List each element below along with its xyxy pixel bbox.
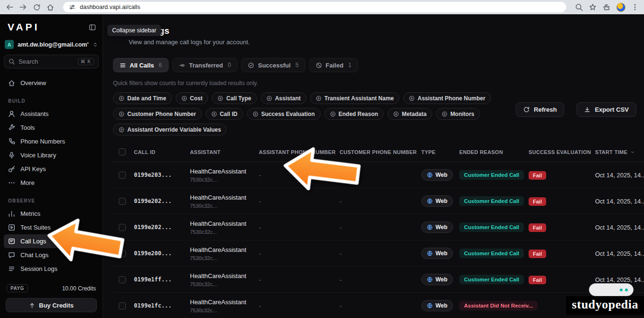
- section-label-observe: OBSERVE: [8, 198, 95, 203]
- success-evaluation-badge: Fail: [529, 171, 546, 180]
- column-header-customer-phone[interactable]: CUSTOMER PHONE NUMBER: [340, 149, 421, 155]
- filter-chip-customer-phone-number[interactable]: Customer Phone Number: [113, 108, 202, 120]
- row-checkbox[interactable]: [119, 302, 126, 309]
- bookmark-star-icon[interactable]: [589, 3, 597, 11]
- type-badge: Web: [421, 169, 453, 181]
- forward-icon[interactable]: [19, 3, 27, 11]
- filter-chip-transient-assistant-name[interactable]: Transient Assistant Name: [310, 92, 399, 104]
- sidebar-item-voice-library[interactable]: Voice Library: [4, 148, 99, 162]
- url-text[interactable]: dashboard.vapi.ai/calls: [80, 4, 140, 10]
- search-icon: [9, 58, 15, 65]
- column-header-start-time[interactable]: START TIME: [595, 149, 644, 155]
- start-time: Oct 14, 2025, 14...: [595, 172, 644, 179]
- column-header-success-evaluation[interactable]: SUCCESS EVALUATION: [529, 149, 595, 155]
- sidebar-item-more[interactable]: More: [4, 176, 99, 190]
- ended-reason-badge: Customer Ended Call: [459, 249, 524, 258]
- table-row[interactable]: 0199e1ff... HealthCareAssistant7530c32c.…: [113, 267, 644, 293]
- profile-avatar[interactable]: [616, 3, 625, 12]
- circle-plus-icon: [409, 96, 415, 101]
- sidebar-item-tools[interactable]: Tools: [4, 121, 99, 135]
- sidebar-item-test-suites[interactable]: Test Suites: [4, 221, 99, 234]
- filter-chip-cost[interactable]: Cost: [176, 92, 208, 104]
- transfer-icon: [179, 62, 185, 68]
- home-icon[interactable]: [47, 3, 54, 11]
- browser-menu-icon[interactable]: [632, 3, 638, 11]
- filter-chip-ended-reason[interactable]: Ended Reason: [324, 108, 384, 120]
- check-circle-icon: [248, 62, 254, 68]
- sidebar-item-chat-logs[interactable]: Chat Logs: [4, 248, 99, 262]
- search-input[interactable]: Search ⌘ K: [4, 55, 99, 68]
- type-badge: Web: [421, 248, 453, 259]
- org-switcher[interactable]: A amt.dw.blog@gmail.com's Org: [5, 40, 98, 49]
- table-row[interactable]: 0199e202... HealthCareAssistant7530c32c.…: [113, 188, 644, 214]
- tab-transferred[interactable]: Transferred 0: [172, 58, 237, 72]
- sidebar-item-api-keys[interactable]: API Keys: [4, 162, 99, 176]
- customer-phone: -: [340, 250, 421, 257]
- column-header-type[interactable]: TYPE: [421, 149, 459, 155]
- sidebar-item-label: API Keys: [20, 165, 46, 173]
- globe-icon: [427, 198, 433, 204]
- support-widget[interactable]: [589, 283, 634, 296]
- status-dot: [625, 289, 628, 291]
- globe-icon: [427, 224, 433, 230]
- tab-failed[interactable]: Failed 1: [309, 58, 358, 72]
- select-all-checkbox[interactable]: [119, 148, 126, 155]
- filter-chip-call-type[interactable]: Call Type: [212, 92, 256, 104]
- row-checkbox[interactable]: [119, 276, 126, 283]
- sidebar-item-label: Test Suites: [20, 224, 51, 231]
- export-csv-button[interactable]: Export CSV: [577, 102, 636, 117]
- filter-chip-assistant-override-variable-values[interactable]: Assistant Override Variable Values: [113, 124, 227, 135]
- extensions-icon[interactable]: [603, 3, 610, 11]
- back-icon[interactable]: [6, 3, 13, 11]
- column-header-call-id[interactable]: CALL ID: [134, 149, 190, 155]
- filter-chip-assistant-phone-number[interactable]: Assistant Phone Number: [403, 92, 491, 104]
- sidebar-item-assistants[interactable]: Assistants: [4, 107, 99, 121]
- call-logs-table: CALL ID ASSISTANT ASSISTANT PHONE NUMBER…: [113, 142, 644, 318]
- table-row[interactable]: 0199e202... HealthCareAssistant7530c32c.…: [113, 214, 644, 241]
- sidebar-item-metrics[interactable]: Metrics: [4, 207, 99, 221]
- ended-reason-badge: Customer Ended Call: [459, 222, 524, 232]
- home-icon: [8, 79, 16, 87]
- customer-phone: -: [340, 224, 421, 231]
- filter-chip-date-and-time[interactable]: Date and Time: [113, 92, 172, 104]
- tab-count: 0: [228, 62, 231, 68]
- table-row[interactable]: 0199e203... HealthCareAssistant7530c32c.…: [113, 162, 644, 188]
- ended-reason-badge: Customer Ended Call: [459, 170, 524, 180]
- sidebar-item-phone-numbers[interactable]: Phone Numbers: [4, 135, 99, 148]
- quick-filters-note: Quick filters show counts for currently …: [113, 80, 644, 87]
- collapse-sidebar-icon[interactable]: [89, 24, 96, 31]
- sidebar-item-label: Metrics: [20, 210, 40, 217]
- table-row[interactable]: 0199e1fc... HealthCareAssistant7530c32c.…: [113, 293, 644, 318]
- address-bar[interactable]: dashboard.vapi.ai/calls: [63, 2, 566, 12]
- type-badge: Web: [421, 222, 453, 233]
- row-checkbox[interactable]: [119, 172, 126, 179]
- filter-chip-call-id[interactable]: Call ID: [206, 108, 243, 120]
- row-checkbox[interactable]: [119, 250, 126, 257]
- filter-chip-success-evaluation[interactable]: Success Evaluation: [247, 108, 321, 120]
- buy-credits-button[interactable]: Buy Credits: [6, 298, 97, 312]
- zoom-icon[interactable]: [575, 3, 583, 11]
- column-header-ended-reason[interactable]: ENDED REASON: [459, 149, 529, 155]
- phone-icon: [8, 138, 16, 145]
- call-filter-tabs: All Calls 6 Transferred 0 Successful 5 F…: [113, 58, 644, 72]
- refresh-button[interactable]: Refresh: [516, 102, 564, 117]
- sidebar: VAPI A amt.dw.blog@gmail.com's Org Searc…: [0, 14, 103, 318]
- reload-icon[interactable]: [33, 4, 40, 11]
- sidebar-item-session-logs[interactable]: Session Logs: [4, 262, 99, 276]
- column-header-assistant[interactable]: ASSISTANT: [190, 149, 259, 155]
- assistant-id: 7530c32c...: [190, 229, 259, 235]
- tab-all-calls[interactable]: All Calls 6: [113, 58, 169, 72]
- filter-chip-assistant[interactable]: Assistant: [261, 92, 306, 104]
- site-settings-icon[interactable]: [69, 4, 76, 10]
- sidebar-item-overview[interactable]: Overview: [4, 76, 99, 90]
- row-checkbox[interactable]: [119, 198, 126, 205]
- sidebar-item-call-logs[interactable]: Call Logs: [4, 234, 99, 248]
- tab-successful[interactable]: Successful 5: [241, 58, 305, 72]
- table-row[interactable]: 0199e200... HealthCareAssistant7530c32c.…: [113, 241, 644, 267]
- column-header-assistant-phone[interactable]: ASSISTANT PHONE NUMBER: [259, 149, 340, 155]
- start-time: Oct 14, 2025, 14...: [595, 276, 644, 283]
- filter-chip-monitors[interactable]: Monitors: [436, 108, 480, 120]
- row-checkbox[interactable]: [119, 224, 126, 231]
- filter-chip-metadata[interactable]: Metadata: [388, 108, 432, 120]
- call-id: 0199e202...: [134, 224, 190, 231]
